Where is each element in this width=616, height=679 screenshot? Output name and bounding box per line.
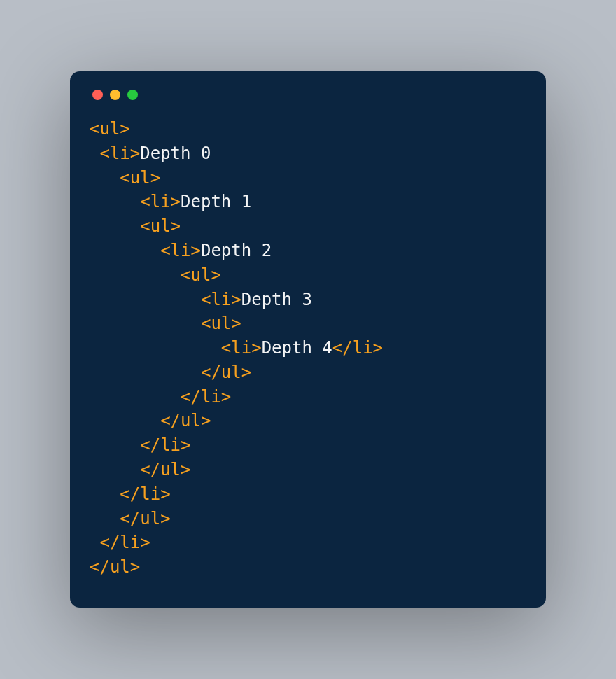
window-shadow-wrapper: <ul> <li>Depth 0 <ul> <li>Depth 1 <ul> <… — [70, 71, 546, 608]
code-tag: </li> — [120, 484, 170, 504]
code-tag: <li> — [221, 338, 262, 358]
code-tag: <li> — [99, 144, 140, 163]
code-tag: <ul> — [181, 265, 221, 285]
code-tag: <li> — [201, 290, 241, 309]
window-titlebar — [90, 87, 526, 117]
code-block: <ul> <li>Depth 0 <ul> <li>Depth 1 <ul> <… — [90, 117, 526, 580]
code-tag: </ul> — [160, 411, 211, 430]
code-tag: </ul> — [201, 363, 251, 382]
code-text: Depth 0 — [140, 144, 211, 163]
code-line: <li>Depth 3 — [90, 288, 526, 312]
code-line: </li> — [90, 385, 526, 410]
code-tag: <li> — [140, 192, 181, 211]
code-line: <li>Depth 1 — [90, 190, 526, 214]
zoom-icon[interactable] — [127, 90, 138, 100]
code-line: <li>Depth 0 — [90, 141, 526, 166]
code-line: </li> — [90, 482, 526, 507]
code-line: <ul> — [90, 263, 526, 288]
code-text: Depth 4 — [262, 338, 332, 358]
code-line: <ul> — [90, 117, 526, 141]
code-line: </ul> — [90, 360, 526, 385]
code-text: Depth 3 — [241, 290, 312, 309]
code-tag: </li> — [181, 387, 231, 407]
code-line: <ul> — [90, 214, 526, 239]
close-icon[interactable] — [92, 90, 103, 100]
code-tag: </ul> — [120, 509, 170, 528]
code-line: </ul> — [90, 555, 526, 580]
code-tag: </li> — [332, 338, 383, 358]
code-line: <li>Depth 4</li> — [90, 336, 526, 360]
code-line: </ul> — [90, 409, 526, 433]
code-tag: <ul> — [140, 216, 181, 236]
code-tag: </li> — [140, 435, 190, 455]
code-line: </li> — [90, 531, 526, 555]
code-tag: </ul> — [140, 460, 190, 479]
code-line: <ul> — [90, 166, 526, 190]
code-line: </li> — [90, 433, 526, 458]
code-tag: <li> — [160, 241, 201, 260]
code-text: Depth 2 — [201, 241, 272, 260]
code-line: <li>Depth 2 — [90, 239, 526, 263]
code-tag: </ul> — [90, 557, 140, 577]
code-text: Depth 1 — [181, 192, 251, 211]
code-window: <ul> <li>Depth 0 <ul> <li>Depth 1 <ul> <… — [70, 71, 546, 608]
minimize-icon[interactable] — [110, 90, 120, 100]
code-line: </ul> — [90, 507, 526, 531]
code-tag: <ul> — [201, 314, 241, 333]
code-line: </ul> — [90, 458, 526, 482]
code-tag: <ul> — [120, 168, 160, 188]
code-line: <ul> — [90, 312, 526, 336]
code-tag: </li> — [99, 533, 150, 552]
code-tag: <ul> — [90, 119, 130, 139]
